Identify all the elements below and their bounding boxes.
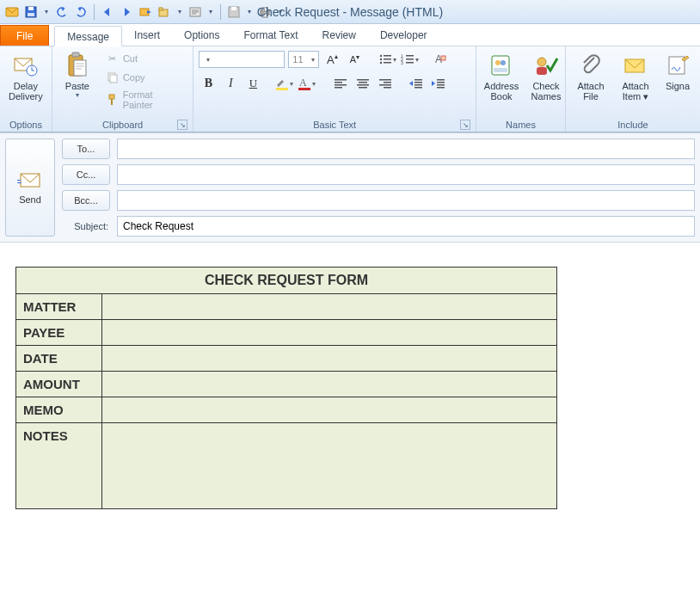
- tab-developer[interactable]: Developer: [368, 25, 439, 46]
- numbering-button[interactable]: 123▾: [400, 50, 419, 69]
- svg-rect-25: [384, 58, 391, 60]
- svg-point-22: [380, 55, 382, 57]
- save-disabled-icon[interactable]: [225, 3, 243, 21]
- next-item-icon[interactable]: [118, 3, 135, 21]
- qat-save2-more-icon[interactable]: ▾: [244, 3, 255, 21]
- font-size-selector[interactable]: 11 ▾: [288, 51, 319, 68]
- redo-icon[interactable]: [72, 3, 89, 21]
- undo-icon[interactable]: [53, 3, 71, 21]
- tab-review[interactable]: Review: [310, 25, 368, 46]
- svg-rect-57: [437, 84, 445, 86]
- file-tab[interactable]: File: [0, 25, 49, 46]
- table-row: AMOUNT: [16, 372, 557, 397]
- table-row: MEMO: [16, 397, 557, 423]
- message-body[interactable]: CHECK REQUEST FORM MATTER PAYEE DATE AMO…: [0, 243, 700, 569]
- attach-file-button[interactable]: Attach File: [571, 50, 611, 103]
- attach-item-label: Attach Item ▾: [622, 81, 648, 102]
- tab-insert[interactable]: Insert: [122, 25, 172, 46]
- svg-rect-48: [384, 82, 391, 83]
- bold-button[interactable]: B: [199, 74, 218, 93]
- attach-item-button[interactable]: Attach Item ▾: [616, 50, 655, 103]
- save-icon[interactable]: [22, 3, 40, 21]
- grow-font-button[interactable]: A▴: [322, 50, 341, 69]
- table-row: MATTER: [16, 294, 557, 320]
- row-value-amount[interactable]: [102, 372, 557, 397]
- print-icon[interactable]: [256, 3, 273, 21]
- shrink-font-button[interactable]: A▾: [345, 50, 364, 69]
- qat-move-more-icon[interactable]: ▾: [175, 3, 185, 21]
- bcc-button[interactable]: Bcc...: [62, 190, 110, 211]
- paste-button[interactable]: Paste ▾: [58, 50, 97, 101]
- basic-text-launcher-icon[interactable]: ↘: [460, 120, 470, 130]
- row-label: NOTES: [16, 423, 102, 509]
- tab-message[interactable]: Message: [54, 26, 122, 46]
- row-value-matter[interactable]: [102, 294, 557, 320]
- svg-rect-42: [335, 87, 342, 89]
- tab-format-text[interactable]: Format Text: [231, 25, 310, 46]
- delay-delivery-button[interactable]: Delay Delivery: [5, 50, 46, 103]
- underline-button[interactable]: U: [243, 74, 262, 93]
- clear-formatting-button[interactable]: A: [431, 50, 450, 69]
- cut-button[interactable]: ✂ Cut: [102, 50, 187, 67]
- subject-input[interactable]: [117, 216, 695, 237]
- outlook-icon[interactable]: [3, 3, 21, 21]
- format-painter-button[interactable]: Format Painter: [102, 88, 187, 112]
- decrease-indent-button[interactable]: [407, 74, 426, 93]
- rules-icon[interactable]: [187, 3, 204, 21]
- check-names-button[interactable]: Check Names: [526, 50, 566, 103]
- bullets-button[interactable]: ▾: [378, 50, 396, 69]
- move-icon[interactable]: [156, 3, 173, 21]
- align-left-button[interactable]: [331, 74, 350, 93]
- row-value-notes[interactable]: [102, 423, 557, 509]
- font-color-button[interactable]: A▾: [297, 74, 316, 93]
- signature-button[interactable]: Signa: [660, 50, 695, 93]
- svg-rect-68: [17, 180, 21, 181]
- svg-rect-40: [335, 82, 342, 83]
- paste-label: Paste: [65, 81, 89, 91]
- font-selector[interactable]: ▾: [199, 51, 285, 68]
- table-row: DATE: [16, 346, 557, 372]
- row-value-date[interactable]: [102, 346, 557, 372]
- qat-customize-icon[interactable]: ▾: [275, 3, 286, 21]
- row-value-payee[interactable]: [102, 320, 557, 346]
- qat-save-more-icon[interactable]: ▾: [41, 3, 52, 21]
- highlight-button[interactable]: ▾: [274, 74, 293, 93]
- italic-button[interactable]: I: [221, 74, 240, 93]
- svg-point-63: [537, 58, 546, 66]
- clipboard-launcher-icon[interactable]: ↘: [177, 120, 187, 130]
- ribbon-tabs: File Message Insert Options Format Text …: [0, 24, 700, 46]
- svg-rect-23: [384, 55, 391, 57]
- to-input[interactable]: [117, 138, 695, 159]
- group-names-label: Names: [482, 120, 560, 130]
- svg-rect-3: [28, 13, 34, 16]
- align-center-button[interactable]: [353, 74, 372, 93]
- row-value-memo[interactable]: [102, 397, 557, 423]
- previous-item-icon[interactable]: [99, 3, 116, 21]
- svg-rect-51: [414, 79, 422, 81]
- send-button[interactable]: Send: [5, 138, 55, 237]
- svg-rect-43: [357, 79, 369, 81]
- align-right-button[interactable]: [376, 74, 395, 93]
- svg-rect-54: [414, 87, 422, 89]
- increase-indent-button[interactable]: [429, 74, 448, 93]
- copy-button[interactable]: Copy: [102, 69, 187, 86]
- check-names-label: Check Names: [531, 81, 562, 102]
- svg-rect-44: [359, 82, 367, 83]
- address-book-button[interactable]: Address Book: [482, 50, 521, 103]
- copy-icon: [106, 71, 120, 84]
- check-names-icon: [532, 52, 560, 79]
- forward-icon[interactable]: [137, 3, 154, 21]
- svg-rect-58: [437, 87, 445, 89]
- quick-access-toolbar: ▾ ▾ ▾ ▾ ▾: [3, 3, 286, 21]
- group-options: Delay Delivery Options: [0, 46, 52, 132]
- to-button[interactable]: To...: [62, 138, 110, 159]
- cc-button[interactable]: Cc...: [62, 164, 110, 185]
- send-label: Send: [19, 194, 41, 205]
- svg-rect-56: [437, 82, 445, 83]
- svg-rect-21: [111, 99, 113, 105]
- qat-rules-more-icon[interactable]: ▾: [206, 3, 216, 21]
- cc-input[interactable]: [117, 164, 695, 185]
- bcc-input[interactable]: [117, 190, 695, 211]
- tab-options[interactable]: Options: [172, 25, 231, 46]
- group-include-label: Include: [571, 120, 695, 130]
